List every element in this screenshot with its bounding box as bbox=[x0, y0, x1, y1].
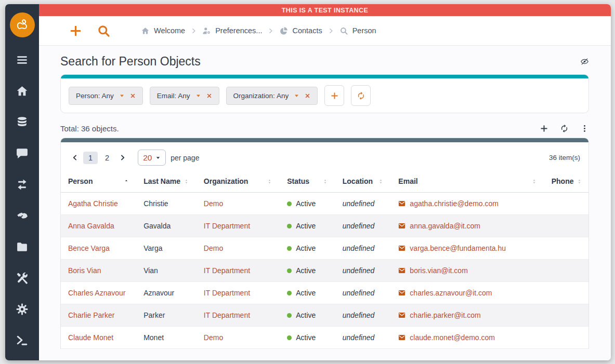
person-cell: Claude Monet bbox=[61, 327, 136, 349]
sidebar-item-tools[interactable] bbox=[5, 262, 39, 293]
page-button-1[interactable]: 1 bbox=[83, 152, 98, 164]
remove-filter-icon[interactable] bbox=[206, 93, 212, 99]
breadcrumb-item-person[interactable]: Person bbox=[339, 26, 376, 35]
location-value: undefined bbox=[343, 222, 375, 230]
person-link[interactable]: Charles Aznavour bbox=[68, 289, 126, 297]
email-icon[interactable] bbox=[398, 289, 405, 296]
email-link[interactable]: charlie.parker@it.com bbox=[410, 311, 480, 319]
organization-link[interactable]: IT Department bbox=[204, 266, 250, 275]
itop-logo[interactable] bbox=[10, 12, 35, 37]
page-button-2[interactable]: 2 bbox=[100, 152, 114, 164]
sort-icon[interactable] bbox=[577, 179, 582, 184]
search-icon bbox=[339, 26, 348, 35]
email-link[interactable]: varga.bence@fundamenta.hu bbox=[410, 244, 506, 252]
email-icon[interactable] bbox=[398, 245, 405, 252]
last-name-cell: Gavalda bbox=[136, 215, 197, 237]
email-link[interactable]: boris.vian@it.com bbox=[410, 266, 467, 275]
sidebar-item-terminal[interactable] bbox=[5, 325, 39, 356]
sort-icon[interactable] bbox=[267, 179, 272, 184]
sidebar-item-database[interactable] bbox=[5, 106, 39, 138]
next-page-button[interactable] bbox=[116, 154, 128, 161]
status-badge: Active bbox=[287, 333, 328, 342]
person-link[interactable]: Claude Monet bbox=[68, 333, 113, 342]
sidebar-item-comment[interactable] bbox=[5, 138, 39, 169]
sidebar-item-handshake[interactable] bbox=[5, 200, 39, 231]
organization-link[interactable]: Demo bbox=[204, 333, 223, 342]
column-header-location[interactable]: Location bbox=[335, 172, 391, 193]
person-link[interactable]: Boris Vian bbox=[68, 266, 101, 275]
person-link[interactable]: Anna Gavalda bbox=[68, 222, 114, 230]
filter-pill-label: Email: Any bbox=[157, 92, 190, 100]
person-link[interactable]: Charlie Parker bbox=[68, 311, 114, 319]
column-header-wrap: Status bbox=[287, 177, 328, 185]
organization-link[interactable]: Demo bbox=[204, 244, 223, 252]
email-link[interactable]: charles.aznavour@it.com bbox=[410, 289, 492, 297]
email-cell-td: claude.monet@demo.com bbox=[391, 327, 544, 349]
add-object-button[interactable] bbox=[540, 124, 548, 133]
eye-slash-icon[interactable] bbox=[580, 57, 589, 66]
organization-link[interactable]: IT Department bbox=[204, 289, 250, 297]
organization-link[interactable]: Demo bbox=[204, 199, 223, 208]
sort-icon[interactable] bbox=[378, 179, 384, 184]
refresh-list-button[interactable] bbox=[560, 124, 569, 133]
per-page-label: per page bbox=[171, 154, 199, 162]
status-active-dot-icon bbox=[287, 313, 292, 318]
email-cell-td: charlie.parker@it.com bbox=[391, 304, 544, 327]
location-value: undefined bbox=[343, 199, 375, 208]
email-link[interactable]: claude.monet@demo.com bbox=[410, 333, 495, 342]
sidebar-item-menu[interactable] bbox=[5, 44, 39, 75]
remove-filter-icon[interactable] bbox=[130, 93, 136, 99]
caret-down-icon[interactable] bbox=[119, 93, 125, 99]
breadcrumb-item-preferences[interactable]: Preferences... bbox=[202, 26, 262, 35]
column-header-wrap: Location bbox=[343, 177, 384, 185]
email-icon[interactable] bbox=[398, 334, 405, 341]
page-size-select[interactable]: 20 bbox=[143, 153, 152, 162]
email-icon[interactable] bbox=[398, 267, 405, 274]
new-object-button[interactable] bbox=[69, 24, 83, 38]
breadcrumb-item-welcome[interactable]: Welcome bbox=[141, 26, 185, 35]
filter-pill-organization[interactable]: Organization: Any bbox=[226, 87, 318, 105]
prev-page-button[interactable] bbox=[69, 154, 81, 161]
organization-link[interactable]: IT Department bbox=[204, 222, 250, 230]
email-link[interactable]: agatha.christie@demo.com bbox=[410, 199, 499, 208]
refresh-search-button[interactable] bbox=[351, 85, 371, 106]
email-link[interactable]: anna.gavalda@it.com bbox=[410, 222, 480, 230]
column-header-organization[interactable]: Organization bbox=[197, 172, 280, 193]
organization-cell: Demo bbox=[197, 193, 280, 215]
column-header-person[interactable]: Person bbox=[61, 172, 136, 193]
status-cell-td: Active bbox=[280, 215, 335, 237]
sort-icon[interactable] bbox=[184, 179, 189, 184]
sidebar-item-home[interactable] bbox=[5, 75, 39, 106]
page-title: Search for Person Objects bbox=[60, 55, 201, 69]
breadcrumb-item-contacts[interactable]: Contacts bbox=[279, 26, 322, 35]
total-count: Total: 36 objects. bbox=[60, 124, 119, 133]
title-row: Search for Person Objects bbox=[60, 55, 589, 69]
results-panel: 12 20 per page 36 item(s) PersonLast Nam… bbox=[60, 138, 589, 349]
sidebar-item-folder[interactable] bbox=[5, 231, 39, 262]
sort-ascending-icon[interactable] bbox=[124, 179, 129, 184]
person-link[interactable]: Agatha Christie bbox=[68, 199, 118, 208]
sort-icon[interactable] bbox=[531, 179, 537, 184]
email-icon[interactable] bbox=[398, 312, 405, 319]
sidebar-item-gear[interactable] bbox=[5, 293, 39, 325]
more-actions-button[interactable] bbox=[580, 124, 589, 133]
column-header-status[interactable]: Status bbox=[280, 172, 335, 193]
column-header-last-name[interactable]: Last Name bbox=[136, 172, 197, 193]
filter-pill-person[interactable]: Person: Any bbox=[69, 87, 143, 105]
email-icon[interactable] bbox=[398, 200, 405, 207]
caret-down-icon[interactable] bbox=[294, 93, 299, 99]
column-header-email[interactable]: Email bbox=[391, 172, 544, 193]
status-active-dot-icon bbox=[287, 201, 292, 206]
filter-pill-email[interactable]: Email: Any bbox=[150, 87, 219, 105]
add-criteria-button[interactable] bbox=[324, 85, 344, 106]
column-header-phone[interactable]: Phone bbox=[544, 172, 588, 193]
sidebar-item-transfer[interactable] bbox=[5, 169, 39, 200]
organization-link[interactable]: IT Department bbox=[204, 311, 250, 319]
global-search-button[interactable] bbox=[97, 24, 111, 38]
email-icon[interactable] bbox=[398, 222, 405, 230]
status-value: Active bbox=[296, 244, 316, 252]
person-link[interactable]: Bence Varga bbox=[68, 244, 110, 252]
sort-icon[interactable] bbox=[322, 179, 328, 184]
remove-filter-icon[interactable] bbox=[305, 93, 310, 99]
caret-down-icon[interactable] bbox=[195, 93, 201, 99]
